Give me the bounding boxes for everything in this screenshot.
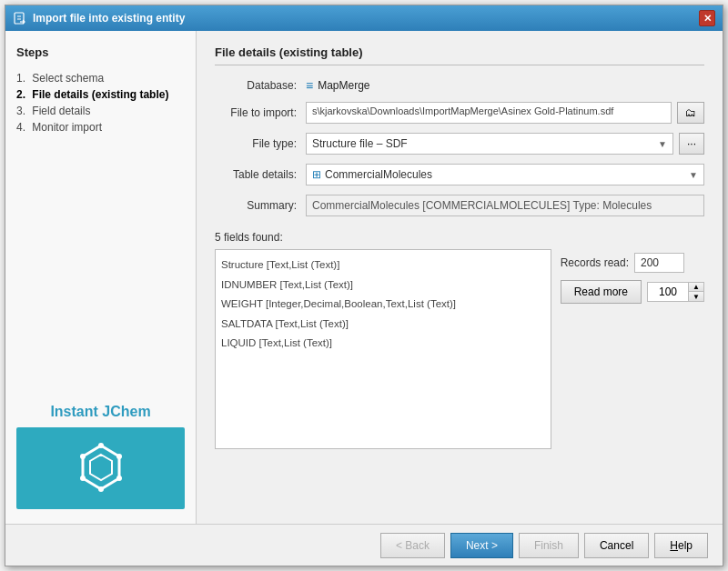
field-item-0: Structure [Text,List (Text)] (221, 255, 545, 275)
file-row: File to import: s\kjarkovska\Downloads\I… (215, 102, 704, 124)
svg-marker-4 (83, 446, 119, 489)
database-row: Database: ≡ MapMerge (215, 78, 704, 93)
field-item-1: IDNUMBER [Text,List (Text)] (221, 275, 545, 296)
fields-found-label: 5 fields found: (215, 231, 704, 244)
chevron-down-icon: ▼ (658, 139, 667, 149)
finish-button[interactable]: Finish (519, 533, 579, 558)
step-3-label: Field details (32, 105, 90, 117)
summary-row: Summary: CommercialMolecules [COMMERCIAL… (215, 195, 704, 216)
folder-icon: 🗂 (685, 106, 696, 119)
dialog-body: Steps 1. Select schema 2. File details (… (5, 31, 723, 524)
next-button[interactable]: Next > (450, 533, 513, 558)
section-title: File details (existing table) (215, 45, 704, 65)
close-button[interactable]: ✕ (699, 10, 715, 26)
back-button[interactable]: < Back (380, 533, 445, 558)
database-label: Database: (215, 79, 306, 92)
brand-logo (16, 427, 185, 509)
field-item-3: SALTDATA [Text,List (Text)] (221, 315, 545, 335)
svg-point-6 (98, 443, 104, 448)
svg-point-7 (116, 454, 122, 459)
step-3: 3. Field details (16, 103, 185, 119)
fields-section: 5 fields found: Structure [Text,List (Te… (215, 231, 704, 449)
step-2: 2. File details (existing table) (16, 86, 185, 103)
field-item-2: WEIGHT [Integer,Decimal,Boolean,Text,Lis… (221, 295, 545, 315)
svg-point-10 (80, 476, 86, 481)
main-content: File details (existing table) Database: … (197, 31, 723, 524)
file-browse-button[interactable]: 🗂 (677, 102, 704, 124)
table-value: CommercialMolecules (325, 168, 432, 181)
import-icon (13, 11, 27, 25)
database-control: ≡ MapMerge (306, 78, 704, 93)
field-item-4: LIQUID [Text,List (Text)] (221, 334, 545, 354)
database-name: MapMerge (318, 79, 369, 92)
step-4-number: 4. (16, 121, 25, 134)
table-grid-icon: ⊞ (312, 168, 321, 181)
step-1-label: Select schema (32, 72, 104, 85)
title-bar-left: Import file into existing entity (13, 11, 185, 25)
summary-control: CommercialMolecules [COMMERCIALMOLECULES… (306, 195, 704, 216)
step-2-number: 2. (16, 88, 25, 101)
table-select[interactable]: ⊞ CommercialMolecules ▼ (306, 164, 704, 185)
step-4-label: Monitor import (32, 121, 102, 134)
spinner-buttons: ▲ ▼ (688, 282, 704, 302)
steps-panel: Steps 1. Select schema 2. File details (… (16, 45, 185, 135)
step-3-number: 3. (16, 105, 25, 117)
filetype-label: File type: (215, 137, 306, 150)
table-row: Table details: ⊞ CommercialMolecules ▼ (215, 164, 704, 185)
dialog-footer: < Back Next > Finish Cancel Help (5, 524, 723, 566)
svg-point-9 (98, 486, 104, 492)
steps-heading: Steps (16, 45, 185, 59)
filetype-control: Structure file – SDF ▼ ··· (306, 133, 704, 155)
file-control: s\kjarkovska\Downloads\ImportMapMerge\As… (306, 102, 704, 124)
title-bar: Import file into existing entity ✕ (5, 5, 723, 31)
help-label: Help (670, 539, 693, 552)
filetype-more-button[interactable]: ··· (679, 133, 704, 155)
brand-area: Instant JChem (16, 404, 185, 509)
table-label: Table details: (215, 168, 306, 181)
step-2-label: File details (existing table) (32, 88, 168, 101)
spinner-down-button[interactable]: ▼ (689, 292, 703, 301)
summary-value: CommercialMolecules [COMMERCIALMOLECULES… (306, 195, 704, 216)
records-read-row: Records read: 200 (561, 253, 684, 273)
filetype-row: File type: Structure file – SDF ▼ ··· (215, 133, 704, 155)
spinner-up-button[interactable]: ▲ (689, 283, 703, 292)
records-read-label: Records read: (561, 256, 629, 269)
file-label: File to import: (215, 106, 306, 119)
step-4: 4. Monitor import (16, 119, 185, 135)
filetype-select[interactable]: Structure file – SDF ▼ (306, 133, 673, 155)
svg-marker-5 (90, 455, 112, 480)
step-1: 1. Select schema (16, 70, 185, 86)
sidebar: Steps 1. Select schema 2. File details (… (5, 31, 197, 524)
records-read-value: 200 (634, 253, 684, 273)
svg-point-8 (116, 476, 122, 481)
fields-area: Structure [Text,List (Text)] IDNUMBER [T… (215, 249, 704, 449)
brand-name: Instant JChem (16, 404, 185, 420)
chevron-down-icon-2: ▼ (689, 170, 698, 180)
fields-controls: Records read: 200 Read more ▲ ▼ (561, 249, 704, 449)
molecule-icon (69, 436, 133, 500)
step-list: 1. Select schema 2. File details (existi… (16, 70, 185, 135)
step-1-number: 1. (16, 72, 25, 85)
svg-point-11 (80, 454, 86, 459)
import-dialog: Import file into existing entity ✕ Steps… (5, 5, 723, 566)
database-value: ≡ MapMerge (306, 78, 370, 93)
file-path-display: s\kjarkovska\Downloads\ImportMapMerge\As… (306, 102, 672, 124)
database-icon: ≡ (306, 78, 313, 93)
table-control: ⊞ CommercialMolecules ▼ (306, 164, 704, 185)
cancel-button[interactable]: Cancel (584, 533, 649, 558)
read-more-button[interactable]: Read more (561, 280, 642, 304)
fields-list: Structure [Text,List (Text)] IDNUMBER [T… (215, 249, 551, 449)
summary-label: Summary: (215, 199, 306, 212)
help-button[interactable]: Help (654, 533, 708, 558)
spinner-input[interactable] (647, 282, 688, 302)
dialog-title: Import file into existing entity (33, 12, 185, 25)
spinner-group: ▲ ▼ (647, 282, 704, 302)
filetype-value: Structure file – SDF (312, 137, 408, 150)
